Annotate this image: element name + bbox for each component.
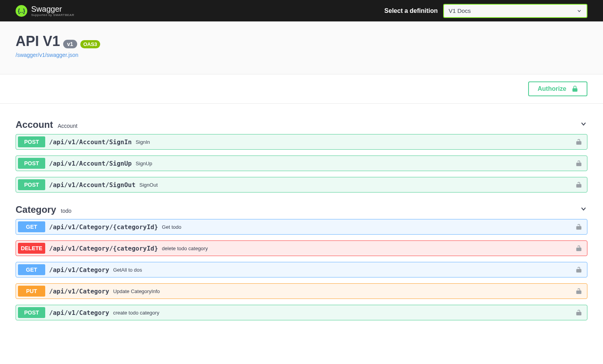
operation-row[interactable]: POST/api/v1/Account/SignInSignIn: [16, 134, 587, 150]
unlocked-icon: [575, 181, 583, 188]
operation-row[interactable]: PUT/api/v1/CategoryUpdate CategoryInfo: [16, 283, 587, 299]
tag-desc: Account: [58, 123, 78, 129]
info-section: API V1 v1 OAS3 /swagger/v1/swagger.json: [0, 21, 603, 74]
operation-summary: Get todo: [162, 224, 575, 230]
operation-path: /api/v1/Category: [49, 266, 109, 274]
swagger-brand-text: Swagger Supported by SMARTBEAR: [31, 5, 74, 17]
method-badge: POST: [18, 179, 45, 190]
version-badge: v1: [63, 40, 77, 48]
unlocked-icon: [575, 266, 583, 273]
swagger-logo-icon: {..}: [16, 5, 27, 17]
operation-row[interactable]: GET/api/v1/Category/{categoryId}Get todo: [16, 219, 587, 235]
operation-path: /api/v1/Category/{categoryId}: [49, 245, 158, 252]
operation-summary: SignIn: [136, 139, 575, 145]
spec-link[interactable]: /swagger/v1/swagger.json: [16, 52, 78, 58]
operation-path: /api/v1/Account/SignIn: [49, 138, 132, 146]
method-badge: GET: [18, 221, 45, 232]
unlocked-icon: [575, 160, 583, 167]
operation-summary: delete todo category: [162, 246, 575, 251]
brand-label: Swagger: [31, 5, 74, 13]
method-badge: POST: [18, 136, 45, 147]
authorize-button-label: Authorize: [538, 85, 566, 92]
method-badge: PUT: [18, 286, 45, 297]
operation-summary: GetAll to dos: [113, 267, 575, 273]
operation-row[interactable]: GET/api/v1/CategoryGetAll to dos: [16, 262, 587, 277]
tag-header[interactable]: AccountAccount: [16, 115, 587, 134]
tag-section: AccountAccountPOST/api/v1/Account/SignIn…: [16, 115, 587, 193]
definition-select-label: Select a definition: [384, 7, 438, 14]
operation-row[interactable]: POST/api/v1/Account/SignUpSignUp: [16, 155, 587, 171]
definition-select-value: V1 Docs: [449, 7, 471, 14]
operation-path: /api/v1/Category/{categoryId}: [49, 223, 158, 231]
tag-desc: todo: [61, 208, 71, 214]
operation-row[interactable]: DELETE/api/v1/Category/{categoryId}delet…: [16, 240, 587, 256]
operation-path: /api/v1/Category: [49, 309, 109, 316]
operation-path: /api/v1/Category: [49, 288, 109, 295]
operation-summary: create todo category: [113, 310, 575, 316]
topbar: {..} Swagger Supported by SMARTBEAR Sele…: [0, 0, 603, 21]
unlocked-icon: [575, 288, 583, 295]
api-title: API V1: [16, 33, 60, 49]
operation-path: /api/v1/Account/SignOut: [49, 181, 136, 189]
swagger-brand[interactable]: {..} Swagger Supported by SMARTBEAR: [16, 5, 74, 17]
method-badge: POST: [18, 158, 45, 169]
definition-selector-wrapper: Select a definition V1 Docs: [384, 4, 587, 18]
authorize-button[interactable]: Authorize: [528, 81, 587, 96]
tag-name: Account: [16, 119, 53, 130]
lock-icon: [572, 85, 578, 92]
operation-summary: Update CategoryInfo: [113, 288, 575, 294]
method-badge: DELETE: [18, 243, 45, 254]
method-badge: GET: [18, 264, 45, 275]
chevron-down-icon: [576, 8, 582, 14]
unlocked-icon: [575, 223, 583, 230]
tag-name: Category: [16, 204, 56, 215]
unlocked-icon: [575, 309, 583, 316]
brand-sublabel: Supported by SMARTBEAR: [31, 14, 74, 17]
unlocked-icon: [575, 138, 583, 145]
operation-row[interactable]: POST/api/v1/Categorycreate todo category: [16, 305, 587, 320]
unlocked-icon: [575, 245, 583, 252]
operation-summary: SignUp: [136, 161, 575, 166]
chevron-down-icon: [580, 120, 587, 128]
operation-row[interactable]: POST/api/v1/Account/SignOutSignOut: [16, 177, 587, 193]
operation-summary: SignOut: [140, 182, 575, 188]
page-title: API V1 v1 OAS3: [16, 33, 100, 49]
auth-wrapper: Authorize: [0, 74, 603, 104]
chevron-down-icon: [580, 205, 587, 213]
tag-header[interactable]: Categorytodo: [16, 200, 587, 219]
operations-container: AccountAccountPOST/api/v1/Account/SignIn…: [0, 104, 603, 342]
oas-badge: OAS3: [80, 40, 100, 48]
method-badge: POST: [18, 307, 45, 318]
tag-section: CategorytodoGET/api/v1/Category/{categor…: [16, 200, 587, 320]
operation-path: /api/v1/Account/SignUp: [49, 160, 132, 167]
definition-select[interactable]: V1 Docs: [443, 4, 587, 18]
